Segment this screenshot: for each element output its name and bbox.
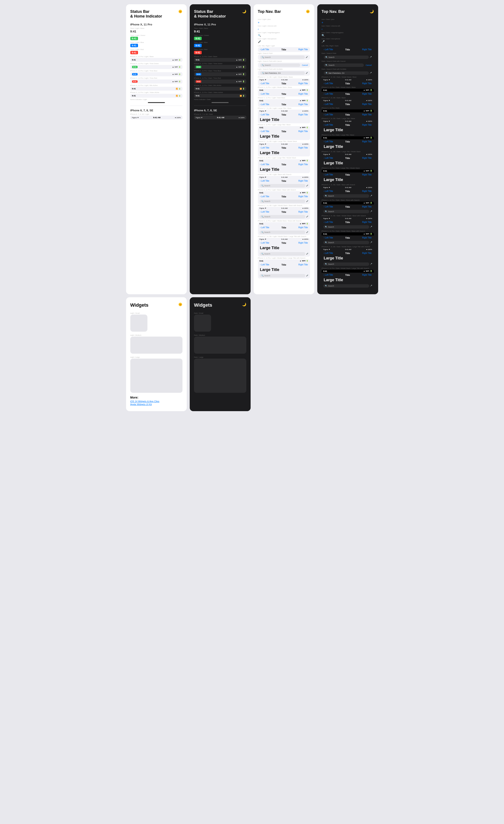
widget-small-light	[130, 315, 147, 332]
scribble-text-light: San Francisco, CA	[265, 72, 281, 74]
top-nav-dark-card: Top Nav. Bar 🌙 Icon / Dark / plus + Icon…	[317, 4, 378, 294]
search-field-dark[interactable]: 🔍Search	[324, 56, 369, 59]
nav-bar-x11-dark-modal-search: 9:41 ▲WiFi🔋 ‹ Left Title Title Right Tit…	[321, 232, 374, 245]
search-placeholder-cancel: Search	[265, 64, 271, 66]
search-field-scribble-light[interactable]: 🔍 San Francisco, CA	[260, 71, 305, 75]
more-title: More:	[130, 396, 183, 399]
nav-bar-678-dark-modal-large-search: Figma ▼9:41 AM● 100% ‹ Left Title Title …	[321, 248, 374, 267]
time-badge-red: 9:41	[130, 51, 138, 54]
time-badge-green: 9:41	[130, 37, 138, 40]
sun-icon-widgets: 🌞	[178, 302, 183, 306]
nav-bar-x11-dark: 9:41 ▲WiFi🔋 ‹ Left Title Title Right Tit…	[321, 109, 374, 117]
row-label-time-light-base: Time / Light / Base	[130, 27, 183, 29]
large-title-678-light-stack: Large Title	[258, 150, 310, 157]
statusbar-row-dark-minactive: 9:41 📶🔋	[194, 87, 246, 91]
statusbar-row-light-green: 9:41 ▲WiFi🔋	[130, 65, 183, 69]
sun-icon: 🌞	[178, 9, 183, 13]
status-bar-light-card: Status Bar & Home Indicator 🌞 iPhone X, …	[126, 4, 187, 294]
moon-icon: 🌙	[242, 9, 246, 13]
more-link-ios14[interactable]: iOS 14 Widgets & App Clips	[130, 400, 183, 403]
statusbar-row-light-minactive: 9:41 📶🔋	[130, 87, 183, 91]
widget-large-light	[130, 358, 183, 393]
search-field-cancel-light[interactable]: 🔍 Search	[260, 64, 300, 67]
device-label-x11pro: iPhone X, 11 Pro	[130, 23, 183, 26]
device-label-678se: iPhone 6, 7, 8, SE	[130, 109, 183, 112]
nav-center-title-light: Title	[281, 48, 286, 51]
statusbar-row-light-videoactive: 9:41 📶🔋	[130, 94, 183, 98]
card-title-topnav-dark: Top Nav. Bar	[321, 9, 344, 14]
nav-bar-search-dark: 🔍Search 🎤	[321, 55, 374, 60]
cancel-button-dark[interactable]: Cancel	[366, 64, 372, 66]
moon-icon-nav: 🌙	[370, 9, 374, 13]
nav-bar-x11-light-largestack: 9:41 ▲WiFi🔋 ‹ Left Title Title Right Tit…	[258, 159, 310, 173]
status-bar-dark-card: Status Bar& Home Indicator 🌙 iPhone X, 1…	[190, 4, 250, 294]
nav-bar-search-cancel-dark: 🔍Search Cancel	[321, 63, 374, 68]
statusbar-row-light-blue: 9:41 ▲WiFi🔋	[130, 72, 183, 76]
statusbar-row-dark-red: 9:41 ▲WiFi🔋	[194, 80, 246, 84]
magnify-icon-dark: 🔍	[321, 34, 374, 37]
nav-bar-678-dark-modal-search: Figma ▼9:41 AM● 100% ‹ Left Title Title …	[321, 217, 374, 230]
nav-bar-x11-light-large: 9:41 ▲WiFi🔋 ‹ Left Title Title Right Tit…	[258, 126, 310, 140]
plus-icon: +	[258, 21, 310, 24]
nav-bar-678-light-largestack: Figma ▼9:41 AM● 100% ‹ Left Title Title …	[258, 143, 310, 157]
nav-bar-678-light-large: Figma ▼9:41 AM● 100% ‹ Left Title Title …	[258, 110, 310, 123]
nav-bar-search-cancel-light: 🔍 Search Cancel	[258, 63, 310, 68]
nav-bar-678-light-search: Figma ▼9:41 AM● 100% ‹ Left Title Title …	[258, 176, 310, 189]
nav-bar-678-dark-base2: Figma ▼9:41 AM● 100% ‹ Left Title Title …	[321, 99, 374, 107]
search-mic-icon-light: 🎤	[306, 56, 308, 58]
nav-bar-678-dark-large: Figma ▼9:41 AM● 100% ‹ Left Title Title …	[321, 120, 374, 133]
device-label-678se-dark: iPhone 6, 7, 8, SE	[194, 109, 246, 112]
nav-bar-678-light-base: Figma ▼9:41 AM● 100% ‹ Left Title Title …	[258, 79, 310, 86]
nav-bar-678-dark-base: Figma ▼9:41 AM● 100% ‹ Left Title Title …	[321, 79, 374, 86]
search-mic-scribble-light: 🎤	[306, 72, 308, 74]
nav-bar-678-light-modal-large-search: Figma ▼9:41 AM● 100% ‹ Left Title Title …	[258, 238, 310, 256]
nav-bar-x11-light-search: 9:41 ▲WiFi🔋 ‹ Left Title Title Right Tit…	[258, 191, 310, 204]
card-title-status-dark: Status Bar& Home Indicator	[194, 9, 226, 19]
magnify-icon: 🔍	[258, 34, 310, 37]
card-title-widgets-light: Widgets	[130, 302, 148, 308]
nav-bar-x11-dark-search: 9:41 ▲WiFi🔋 ‹ Left Title Title Right Tit…	[321, 202, 374, 214]
large-title-678-light: Large Title	[258, 117, 310, 123]
search-field-light[interactable]: 🔍 Search	[260, 56, 305, 59]
nav-bar-x11-dark-large: 9:41 ▲WiFi🔋 ‹ Left Title Title Right Tit…	[321, 136, 374, 150]
nav-bar-x11-light-modal-search: 9:41 ▲WiFi🔋 ‹ Left Title Title Right Tit…	[258, 222, 310, 235]
nav-bar-x11-light-darkbase: 9:41 ▲WiFi🔋 ‹ Left Title Title Right Tit…	[258, 99, 310, 107]
card-title-widgets-dark: Widgets	[194, 302, 212, 308]
nav-bar-search-light: 🔍 Search 🎤	[258, 55, 310, 60]
search-placeholder-light: Search	[265, 56, 271, 58]
time-plain-dark: 9:41	[194, 30, 200, 33]
chevron-left-icon: ‹	[258, 27, 310, 31]
widgets-dark-card: Widgets 🌙 Dark / Small Dark / Medium Dar…	[190, 297, 250, 411]
statusbar-row-light-base: 9:41 ▲WiFi🔋	[130, 58, 183, 62]
nav-bar-x11-dark-base: 9:41 ▲WiFi🔋 ‹ Left Title Title Right Tit…	[321, 89, 374, 96]
top-nav-light-card: Top Nav. Bar 🌞 Icon / Light / plus + Ico…	[254, 4, 314, 294]
statusbar-row-dark-base: 9:41 ▲WiFi🔋	[194, 58, 246, 62]
nav-left-title-light: Left Title	[261, 48, 269, 50]
more-section: More: iOS 14 Widgets & App Clips Apple W…	[130, 396, 183, 406]
mic-icon: 🎤	[258, 40, 310, 43]
nav-bar-x11-dark-modal-large-search: 9:41 ▲WiFi🔋 ‹ Left Title Title Right Tit…	[321, 270, 374, 289]
nav-bar-ltr-dark: ‹ Left Title Title Right Title	[321, 47, 374, 52]
card-title-status-light: Status Bar & Home Indicator	[130, 9, 162, 19]
device-label-x11pro-dark: iPhone X, 11 Pro	[194, 23, 246, 26]
time-badge-blue: 9:41	[130, 44, 138, 47]
nav-bar-678-dark-largestack: Figma ▼9:41 AM● 100% ‹ Left Title Title …	[321, 153, 374, 167]
nav-bar-678-light-modal-search: Figma ▼9:41 AM● 100% ‹ Left Title Title …	[258, 207, 310, 219]
time-plain: 9:41	[130, 30, 136, 33]
nav-bar-ltr-light: ‹ Left Title Title Right Title	[258, 47, 310, 52]
home-indicator-dark	[211, 102, 229, 103]
statusbar-row-dark-green: 9:41 ▲WiFi🔋	[194, 65, 246, 69]
nav-bar-scribble-dark: 🔍San Francisco, CA 🎤	[321, 71, 374, 76]
statusbar-old-light: Figma ▼ 9:41 AM ● 100%	[130, 116, 183, 119]
card-title-topnav-light: Top Nav. Bar	[258, 9, 281, 14]
chevron-left-icon-dark: ‹	[321, 27, 374, 31]
more-link-apple-widgets[interactable]: Apple Widgets UI Kit	[130, 403, 183, 406]
nav-right-title-light: Right Title	[298, 48, 308, 50]
nav-bar-x11-dark-largestack: 9:41 ▲WiFi🔋 ‹ Left Title Title Right Tit…	[321, 170, 374, 183]
home-indicator-light	[148, 102, 165, 103]
widget-medium-light	[130, 336, 183, 354]
cancel-button-light[interactable]: Cancel	[302, 64, 308, 66]
statusbar-row-dark-blue: 9:41 ▲WiFi🔋	[194, 72, 246, 76]
sun-icon-nav: 🌞	[306, 9, 310, 13]
statusbar-row-light-red: 9:41 ▲WiFi🔋	[130, 80, 183, 84]
